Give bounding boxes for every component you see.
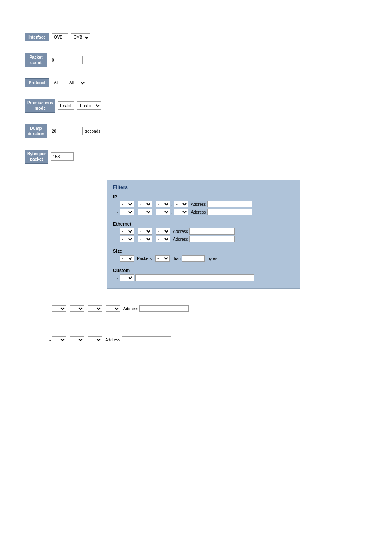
eth-r1-sel1[interactable]: - bbox=[120, 228, 134, 235]
size-section: Size - - Packets - - than bytes bbox=[113, 246, 294, 262]
ip-r2-dot1: - bbox=[117, 210, 118, 214]
size-dot2: - bbox=[153, 256, 154, 261]
ethernet-section-title: Ethernet bbox=[113, 221, 294, 226]
eth-r1-sel2[interactable]: - bbox=[138, 228, 152, 235]
s-ip-sel3[interactable]: - bbox=[88, 305, 102, 312]
eth-r2-dot1: - bbox=[117, 237, 118, 242]
promiscuous-select[interactable]: Enable Disable bbox=[77, 101, 101, 110]
filters-panel: Filters IP - - . - . - . - Address - - . bbox=[107, 180, 300, 289]
eth-r1-sel3[interactable]: - bbox=[156, 228, 170, 235]
promiscuous-row: Promiscuousmode Enable Disable bbox=[25, 99, 367, 113]
eth-r1-sep2: . bbox=[153, 229, 154, 234]
ip-r1-sel2[interactable]: - bbox=[138, 201, 152, 207]
size-row: - - Packets - - than bytes bbox=[113, 255, 294, 262]
s-ip-sep1: . bbox=[67, 306, 69, 311]
interface-label: Interface bbox=[25, 33, 49, 41]
promiscuous-label: Promiscuousmode bbox=[25, 99, 55, 113]
ip-r2-sel2[interactable]: - bbox=[138, 209, 152, 215]
ip-section-title: IP bbox=[113, 193, 294, 199]
eth-r2-sel1[interactable]: - bbox=[120, 236, 134, 242]
ip-r2-sep2: . bbox=[153, 210, 154, 214]
packet-count-label: Packetcount bbox=[25, 53, 47, 67]
s-ip-sel2[interactable]: - bbox=[70, 305, 84, 312]
than-label: than bbox=[173, 256, 180, 261]
s-ip-dot1: - bbox=[49, 306, 51, 311]
interface-row: Interface OVB eth0 bbox=[25, 33, 367, 41]
eth-row-2: - - . - . - Address bbox=[113, 236, 294, 242]
dump-duration-row: Dumpduration seconds bbox=[25, 124, 367, 138]
bytes-label: bytes bbox=[208, 256, 217, 261]
ip-r1-sep3: . bbox=[171, 202, 173, 207]
ethernet-section: Ethernet - - . - . - Address - - . - . -… bbox=[113, 219, 294, 242]
size-sel2[interactable]: - bbox=[155, 255, 170, 262]
settings-section: Interface OVB eth0 Packetcount Protocol … bbox=[25, 33, 367, 164]
size-dot1: - bbox=[117, 256, 118, 261]
interface-select[interactable]: OVB eth0 bbox=[71, 33, 90, 41]
custom-section-title: Custom bbox=[113, 267, 294, 273]
size-sel1[interactable]: - bbox=[120, 255, 134, 262]
s-eth-sel2[interactable]: - bbox=[70, 336, 84, 343]
bytes-per-packet-label: Bytes perpacket bbox=[25, 150, 48, 164]
ip-r1-sel3[interactable]: - bbox=[156, 201, 170, 207]
bytes-per-packet-row: Bytes perpacket bbox=[25, 150, 367, 164]
protocol-input[interactable] bbox=[52, 79, 64, 87]
ip-r1-address-input[interactable] bbox=[207, 201, 252, 207]
custom-section: Custom - - bbox=[113, 265, 294, 281]
ip-r1-sel1[interactable]: - bbox=[120, 201, 134, 207]
s-ip-sel1[interactable]: - bbox=[52, 305, 66, 312]
eth-r2-address-label: Address bbox=[173, 237, 188, 242]
s-eth-sep1: . bbox=[67, 338, 69, 342]
ip-r2-sel3[interactable]: - bbox=[156, 209, 170, 215]
s-eth-sel1[interactable]: - bbox=[52, 336, 66, 343]
eth-r1-address-label: Address bbox=[173, 229, 188, 234]
packet-count-row: Packetcount bbox=[25, 53, 367, 67]
ip-r2-address-input[interactable] bbox=[207, 209, 252, 215]
dump-duration-input[interactable] bbox=[50, 127, 83, 135]
s-eth-address-input[interactable] bbox=[122, 336, 171, 343]
bytes-per-packet-input[interactable] bbox=[51, 152, 74, 161]
ip-r2-sel4[interactable]: - bbox=[174, 209, 188, 215]
custom-sel1[interactable]: - bbox=[120, 274, 134, 281]
s-eth-sel3[interactable]: - bbox=[88, 336, 102, 343]
filters-title: Filters bbox=[113, 184, 294, 190]
packets-label: Packets bbox=[137, 256, 152, 261]
s-ip-address-label: Address bbox=[123, 306, 138, 311]
s-ip-address-input[interactable] bbox=[139, 305, 189, 312]
eth-r1-dot1: - bbox=[117, 229, 118, 234]
interface-input[interactable] bbox=[52, 33, 68, 41]
eth-r2-sel2[interactable]: - bbox=[138, 236, 152, 242]
ip-r1-sep1: . bbox=[135, 202, 136, 207]
s-eth-sep2: . bbox=[85, 338, 87, 342]
protocol-label: Protocol bbox=[25, 78, 49, 87]
ip-r1-sel4[interactable]: - bbox=[174, 201, 188, 207]
dump-duration-label: Dumpduration bbox=[25, 124, 47, 138]
eth-r1-sep1: . bbox=[135, 229, 136, 234]
ip-r2-sel1[interactable]: - bbox=[120, 209, 134, 215]
protocol-select[interactable]: All TCP UDP bbox=[67, 79, 86, 87]
size-input[interactable] bbox=[182, 255, 205, 262]
eth-row-1: - - . - . - Address bbox=[113, 228, 294, 235]
ip-r2-sep3: . bbox=[171, 210, 173, 214]
custom-dot1: - bbox=[117, 276, 118, 280]
standalone-eth-row: - - . - . - Address bbox=[49, 336, 367, 343]
packet-count-input[interactable] bbox=[50, 56, 83, 64]
protocol-row: Protocol All TCP UDP bbox=[25, 78, 367, 87]
s-ip-sel4[interactable]: - bbox=[106, 305, 120, 312]
ip-r1-sep2: . bbox=[153, 202, 154, 207]
custom-divider bbox=[113, 265, 294, 265]
custom-input[interactable] bbox=[135, 274, 254, 281]
promiscuous-input[interactable] bbox=[58, 101, 74, 110]
eth-r2-sel3[interactable]: - bbox=[156, 236, 170, 242]
eth-r1-address-input[interactable] bbox=[189, 228, 235, 235]
s-eth-dot1: - bbox=[49, 338, 51, 342]
ip-row-1: - - . - . - . - Address bbox=[113, 201, 294, 207]
ip-row-2: - - . - . - . - Address bbox=[113, 209, 294, 215]
ip-r2-address-label: Address bbox=[191, 210, 206, 214]
ip-r2-sep1: . bbox=[135, 210, 136, 214]
ip-r1-address-label: Address bbox=[191, 202, 206, 207]
seconds-label: seconds bbox=[85, 129, 100, 134]
s-eth-address-label: Address bbox=[105, 338, 120, 342]
eth-r2-sep1: . bbox=[135, 237, 136, 242]
s-ip-sep3: . bbox=[104, 306, 105, 311]
eth-r2-address-input[interactable] bbox=[189, 236, 235, 242]
